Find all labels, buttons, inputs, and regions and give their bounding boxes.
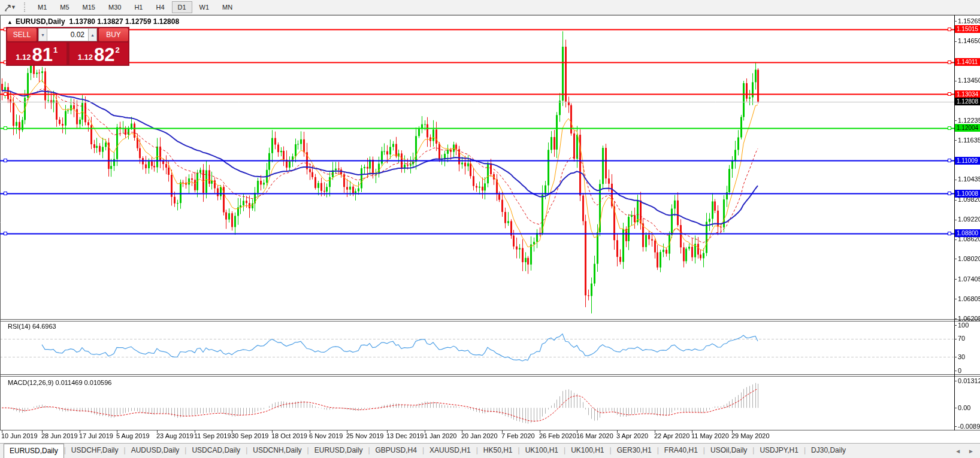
- buy-price-sup: 2: [116, 46, 120, 54]
- sell-price-display[interactable]: 1.12 81 1: [7, 43, 66, 65]
- price-axis-label: 1.15265: [958, 17, 980, 25]
- date-axis-label: 7 Feb 2020: [501, 432, 535, 439]
- main-chart-canvas[interactable]: [0, 0, 980, 458]
- price-line-badge: 1.14011: [955, 58, 980, 66]
- buy-price-big: 82: [94, 46, 114, 64]
- chart-tab-14[interactable]: USDJPY,H1: [754, 444, 803, 458]
- price-line-badge: 1.11009: [955, 157, 980, 165]
- timeframe-button-m30[interactable]: M30: [102, 1, 127, 13]
- date-axis-label: 11 Sep 2019: [194, 432, 231, 439]
- date-axis-label: 30 Sep 2019: [231, 432, 268, 439]
- chart-tab-10[interactable]: UK100,H1: [565, 444, 609, 458]
- macd-indicator-label: MACD(12,26,9) 0.011469 0.010596: [8, 379, 111, 386]
- chart-tab-13[interactable]: USOil,Daily: [705, 444, 752, 458]
- date-axis-label: 10 Jun 2019: [1, 432, 38, 439]
- buy-price-prefix: 1.12: [78, 53, 93, 62]
- one-click-trade-panel: SELL ▼ 0.02 ▲ BUY 1.12 81 1 1.12 82 2: [6, 27, 129, 66]
- date-axis-label: 23 Aug 2019: [156, 432, 193, 439]
- timeframe-button-m15[interactable]: M15: [77, 1, 101, 13]
- timeframe-button-d1[interactable]: D1: [172, 1, 192, 13]
- cursor-tool-button[interactable]: ▼: [1, 1, 19, 13]
- date-axis-label: 16 Mar 2020: [576, 432, 613, 439]
- chart-tab-6[interactable]: GBPUSD,H4: [370, 444, 422, 458]
- timeframe-button-m5[interactable]: M5: [54, 1, 75, 13]
- sell-price-big: 81: [32, 46, 53, 64]
- price-line-badge: 1.08800: [955, 229, 980, 237]
- chart-tab-1[interactable]: USDCHF,Daily: [66, 444, 124, 458]
- date-axis-label: 13 Dec 2019: [386, 432, 424, 439]
- price-axis-label: 1.10435: [958, 175, 980, 183]
- date-axis-label: 1 Jan 2020: [424, 432, 456, 439]
- chart-tab-4[interactable]: USDCNH,Daily: [247, 444, 307, 458]
- volume-increase-button[interactable]: ▲: [88, 28, 97, 41]
- date-axis-label: 11 May 2020: [691, 432, 729, 439]
- volume-decrease-button[interactable]: ▼: [38, 28, 47, 41]
- timeframe-button-w1[interactable]: W1: [193, 1, 216, 13]
- chart-tab-2[interactable]: AUDUSD,Daily: [126, 444, 185, 458]
- chart-tab-3[interactable]: USDCAD,Daily: [186, 444, 246, 458]
- top-toolbar: ▼ M1M5M15M30H1H4D1W1MN: [0, 0, 980, 15]
- price-axis-label: 1.07405: [958, 275, 980, 283]
- date-axis-label: 25 Nov 2019: [346, 432, 383, 439]
- date-axis-label: 28 Jun 2019: [41, 432, 78, 439]
- rsi-axis-label: 70: [958, 335, 965, 342]
- price-line-badge: 1.10008: [955, 190, 980, 198]
- tabs-scroll-right-icon[interactable]: ►: [968, 448, 974, 454]
- timeframe-button-h1[interactable]: H1: [128, 1, 149, 13]
- price-line-badge: 1.15015: [955, 25, 980, 33]
- chart-title: ▲EURUSD,Daily1.13780 1.13827 1.12759 1.1…: [7, 17, 179, 26]
- chart-tab-9[interactable]: UK100,H1: [520, 444, 564, 458]
- date-axis-label: 5 Aug 2019: [116, 432, 150, 439]
- timeframe-button-group: M1M5M15M30H1H4D1W1MN: [31, 1, 239, 13]
- chart-tab-bar: EURUSD,Daily|USDCHF,Daily|AUDUSD,Daily|U…: [0, 443, 980, 458]
- chart-tab-0[interactable]: EURUSD,Daily: [4, 444, 64, 458]
- chart-tab-12[interactable]: FRA40,H1: [659, 444, 703, 458]
- buy-price-display[interactable]: 1.12 82 2: [69, 43, 129, 65]
- price-axis-label: 1.14650: [958, 37, 980, 44]
- price-axis-label: 1.13450: [958, 77, 980, 84]
- price-line-badge: 1.12004: [955, 124, 980, 132]
- price-axis-label: 1.12235: [958, 117, 980, 124]
- macd-axis-label: -0.00893: [958, 423, 980, 430]
- rsi-axis-label: 100: [958, 321, 969, 329]
- chart-symbol-label: EURUSD,Daily: [16, 17, 65, 26]
- macd-axis-label: 0.00: [958, 404, 970, 411]
- timeframe-button-h4[interactable]: H4: [150, 1, 170, 13]
- chart-ohlc-values: 1.13780 1.13827 1.12759 1.12808: [69, 17, 180, 26]
- date-axis-label: 3 Apr 2020: [616, 432, 648, 439]
- price-line-badge: 1.13034: [955, 90, 980, 98]
- chevron-down-icon: ▼: [11, 4, 16, 10]
- date-axis-label: 6 Nov 2019: [309, 432, 343, 439]
- chart-tab-8[interactable]: HK50,H1: [478, 444, 518, 458]
- date-axis-label: 20 Jan 2020: [461, 432, 498, 439]
- date-axis-label: 17 Jul 2019: [79, 432, 113, 439]
- chart-tab-5[interactable]: EURUSD,Daily: [309, 444, 368, 458]
- current-price-badge: 1.12808: [955, 98, 980, 105]
- chart-tab-15[interactable]: DJ30,Daily: [806, 444, 851, 458]
- price-axis-label: 1.09220: [958, 216, 980, 223]
- sell-price-prefix: 1.12: [16, 53, 31, 62]
- rsi-indicator-label: RSI(14) 64.6963: [8, 323, 56, 330]
- chart-tabs: EURUSD,Daily|USDCHF,Daily|AUDUSD,Daily|U…: [0, 444, 851, 458]
- date-axis-label: 22 Apr 2020: [654, 432, 689, 439]
- date-axis-label: 18 Oct 2019: [271, 432, 307, 439]
- price-axis-label: 1.08020: [958, 255, 980, 262]
- price-axis-label: 1.06805: [958, 295, 980, 302]
- sell-price-sup: 1: [53, 46, 58, 54]
- chart-tab-11[interactable]: GER30,H1: [612, 444, 657, 458]
- date-axis-label: 26 Feb 2020: [539, 432, 576, 439]
- collapse-triangle-icon[interactable]: ▲: [7, 19, 13, 25]
- rsi-axis-label: 0: [958, 367, 961, 374]
- rsi-axis-label: 30: [958, 353, 965, 360]
- price-axis-label: 1.11635: [958, 137, 980, 144]
- timeframe-button-m1[interactable]: M1: [32, 1, 53, 13]
- tabs-scroll-left-icon[interactable]: ◄: [955, 448, 961, 454]
- toolbar-grip-handle[interactable]: [24, 2, 25, 12]
- chart-tab-7[interactable]: XAUUSD,H1: [424, 444, 476, 458]
- volume-field[interactable]: 0.02: [47, 28, 88, 41]
- date-axis-label: 29 May 2020: [731, 432, 770, 439]
- macd-axis-label: 0.013121: [958, 377, 980, 384]
- timeframe-button-mn[interactable]: MN: [216, 1, 238, 13]
- sell-button[interactable]: SELL: [7, 28, 37, 41]
- buy-button[interactable]: BUY: [99, 28, 128, 41]
